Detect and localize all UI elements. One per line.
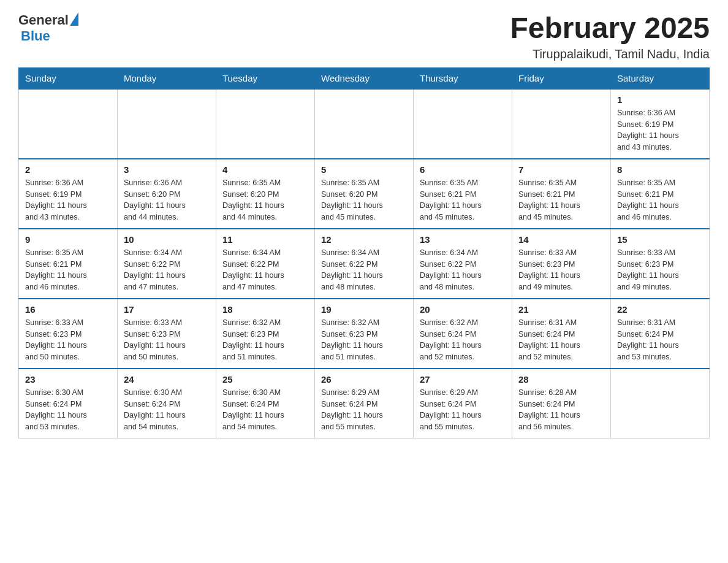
calendar-day-cell	[216, 89, 315, 159]
calendar-day-cell: 17Sunrise: 6:33 AM Sunset: 6:23 PM Dayli…	[118, 299, 216, 369]
logo-triangle-icon	[70, 12, 78, 26]
calendar-day-cell: 25Sunrise: 6:30 AM Sunset: 6:24 PM Dayli…	[216, 369, 315, 439]
day-info: Sunrise: 6:35 AM Sunset: 6:21 PM Dayligh…	[25, 247, 111, 293]
day-info: Sunrise: 6:29 AM Sunset: 6:24 PM Dayligh…	[420, 387, 506, 433]
calendar-day-cell: 28Sunrise: 6:28 AM Sunset: 6:24 PM Dayli…	[512, 369, 611, 439]
calendar-day-cell: 16Sunrise: 6:33 AM Sunset: 6:23 PM Dayli…	[19, 299, 118, 369]
calendar-day-cell: 5Sunrise: 6:35 AM Sunset: 6:20 PM Daylig…	[315, 159, 414, 229]
day-number: 19	[321, 304, 407, 315]
day-number: 2	[25, 164, 111, 175]
day-info: Sunrise: 6:30 AM Sunset: 6:24 PM Dayligh…	[25, 387, 111, 433]
day-info: Sunrise: 6:34 AM Sunset: 6:22 PM Dayligh…	[321, 247, 407, 293]
day-info: Sunrise: 6:32 AM Sunset: 6:24 PM Dayligh…	[420, 317, 506, 363]
day-number: 5	[321, 164, 407, 175]
day-info: Sunrise: 6:31 AM Sunset: 6:24 PM Dayligh…	[617, 317, 703, 363]
day-number: 12	[321, 234, 407, 245]
day-number: 27	[420, 374, 506, 385]
calendar-day-cell: 1Sunrise: 6:36 AM Sunset: 6:19 PM Daylig…	[611, 89, 710, 159]
day-number: 24	[124, 374, 210, 385]
calendar-day-cell: 18Sunrise: 6:32 AM Sunset: 6:23 PM Dayli…	[216, 299, 315, 369]
day-number: 26	[321, 374, 407, 385]
day-info: Sunrise: 6:31 AM Sunset: 6:24 PM Dayligh…	[518, 317, 604, 363]
calendar-day-cell: 23Sunrise: 6:30 AM Sunset: 6:24 PM Dayli…	[19, 369, 118, 439]
month-title: February 2025	[510, 12, 710, 45]
day-info: Sunrise: 6:32 AM Sunset: 6:23 PM Dayligh…	[321, 317, 407, 363]
day-info: Sunrise: 6:33 AM Sunset: 6:23 PM Dayligh…	[124, 317, 210, 363]
day-info: Sunrise: 6:30 AM Sunset: 6:24 PM Dayligh…	[124, 387, 210, 433]
calendar-day-cell: 2Sunrise: 6:36 AM Sunset: 6:19 PM Daylig…	[19, 159, 118, 229]
calendar-day-cell: 9Sunrise: 6:35 AM Sunset: 6:21 PM Daylig…	[19, 229, 118, 299]
calendar-day-header-friday: Friday	[512, 67, 611, 89]
calendar-day-cell	[414, 89, 512, 159]
day-info: Sunrise: 6:35 AM Sunset: 6:20 PM Dayligh…	[321, 177, 407, 223]
calendar-day-cell: 27Sunrise: 6:29 AM Sunset: 6:24 PM Dayli…	[414, 369, 512, 439]
day-number: 16	[25, 304, 111, 315]
calendar-day-cell: 24Sunrise: 6:30 AM Sunset: 6:24 PM Dayli…	[118, 369, 216, 439]
day-info: Sunrise: 6:33 AM Sunset: 6:23 PM Dayligh…	[518, 247, 604, 293]
day-number: 18	[222, 304, 308, 315]
logo-general-text: General	[18, 12, 69, 28]
day-info: Sunrise: 6:29 AM Sunset: 6:24 PM Dayligh…	[321, 387, 407, 433]
calendar-day-cell: 8Sunrise: 6:35 AM Sunset: 6:21 PM Daylig…	[611, 159, 710, 229]
calendar-day-cell: 10Sunrise: 6:34 AM Sunset: 6:22 PM Dayli…	[118, 229, 216, 299]
day-info: Sunrise: 6:32 AM Sunset: 6:23 PM Dayligh…	[222, 317, 308, 363]
calendar-day-cell: 11Sunrise: 6:34 AM Sunset: 6:22 PM Dayli…	[216, 229, 315, 299]
day-info: Sunrise: 6:33 AM Sunset: 6:23 PM Dayligh…	[25, 317, 111, 363]
day-number: 23	[25, 374, 111, 385]
day-info: Sunrise: 6:34 AM Sunset: 6:22 PM Dayligh…	[420, 247, 506, 293]
calendar-day-header-sunday: Sunday	[19, 67, 118, 89]
day-number: 14	[518, 234, 604, 245]
logo: General Blue	[18, 12, 78, 44]
calendar-day-header-monday: Monday	[118, 67, 216, 89]
calendar-day-cell	[512, 89, 611, 159]
calendar-day-cell	[118, 89, 216, 159]
calendar-table: SundayMondayTuesdayWednesdayThursdayFrid…	[18, 67, 710, 439]
calendar-day-cell	[19, 89, 118, 159]
title-section: February 2025 Tiruppalaikudi, Tamil Nadu…	[510, 12, 710, 61]
day-number: 10	[124, 234, 210, 245]
calendar-header-row: SundayMondayTuesdayWednesdayThursdayFrid…	[19, 67, 710, 89]
calendar-day-header-wednesday: Wednesday	[315, 67, 414, 89]
calendar-week-row: 16Sunrise: 6:33 AM Sunset: 6:23 PM Dayli…	[19, 299, 710, 369]
day-number: 1	[617, 94, 703, 105]
calendar-week-row: 9Sunrise: 6:35 AM Sunset: 6:21 PM Daylig…	[19, 229, 710, 299]
logo-blue-text: Blue	[18, 28, 50, 44]
day-number: 4	[222, 164, 308, 175]
calendar-week-row: 23Sunrise: 6:30 AM Sunset: 6:24 PM Dayli…	[19, 369, 710, 439]
day-info: Sunrise: 6:34 AM Sunset: 6:22 PM Dayligh…	[222, 247, 308, 293]
day-info: Sunrise: 6:35 AM Sunset: 6:21 PM Dayligh…	[420, 177, 506, 223]
day-info: Sunrise: 6:36 AM Sunset: 6:19 PM Dayligh…	[617, 107, 703, 153]
calendar-day-cell: 14Sunrise: 6:33 AM Sunset: 6:23 PM Dayli…	[512, 229, 611, 299]
day-number: 17	[124, 304, 210, 315]
day-number: 28	[518, 374, 604, 385]
day-number: 8	[617, 164, 703, 175]
calendar-day-cell	[611, 369, 710, 439]
page-header: General Blue February 2025 Tiruppalaikud…	[18, 12, 710, 61]
calendar-day-cell: 20Sunrise: 6:32 AM Sunset: 6:24 PM Dayli…	[414, 299, 512, 369]
calendar-day-cell: 13Sunrise: 6:34 AM Sunset: 6:22 PM Dayli…	[414, 229, 512, 299]
day-number: 9	[25, 234, 111, 245]
calendar-day-cell: 4Sunrise: 6:35 AM Sunset: 6:20 PM Daylig…	[216, 159, 315, 229]
calendar-day-cell: 26Sunrise: 6:29 AM Sunset: 6:24 PM Dayli…	[315, 369, 414, 439]
day-info: Sunrise: 6:33 AM Sunset: 6:23 PM Dayligh…	[617, 247, 703, 293]
calendar-day-cell: 12Sunrise: 6:34 AM Sunset: 6:22 PM Dayli…	[315, 229, 414, 299]
day-number: 13	[420, 234, 506, 245]
location-subtitle: Tiruppalaikudi, Tamil Nadu, India	[510, 47, 710, 61]
day-number: 6	[420, 164, 506, 175]
calendar-day-cell: 15Sunrise: 6:33 AM Sunset: 6:23 PM Dayli…	[611, 229, 710, 299]
day-info: Sunrise: 6:34 AM Sunset: 6:22 PM Dayligh…	[124, 247, 210, 293]
calendar-day-cell: 7Sunrise: 6:35 AM Sunset: 6:21 PM Daylig…	[512, 159, 611, 229]
day-info: Sunrise: 6:35 AM Sunset: 6:20 PM Dayligh…	[222, 177, 308, 223]
calendar-day-header-saturday: Saturday	[611, 67, 710, 89]
calendar-day-cell: 19Sunrise: 6:32 AM Sunset: 6:23 PM Dayli…	[315, 299, 414, 369]
day-number: 20	[420, 304, 506, 315]
day-number: 7	[518, 164, 604, 175]
calendar-day-cell: 3Sunrise: 6:36 AM Sunset: 6:20 PM Daylig…	[118, 159, 216, 229]
day-number: 22	[617, 304, 703, 315]
calendar-day-cell: 6Sunrise: 6:35 AM Sunset: 6:21 PM Daylig…	[414, 159, 512, 229]
day-number: 21	[518, 304, 604, 315]
calendar-week-row: 1Sunrise: 6:36 AM Sunset: 6:19 PM Daylig…	[19, 89, 710, 159]
calendar-day-cell: 21Sunrise: 6:31 AM Sunset: 6:24 PM Dayli…	[512, 299, 611, 369]
calendar-day-header-thursday: Thursday	[414, 67, 512, 89]
day-number: 15	[617, 234, 703, 245]
